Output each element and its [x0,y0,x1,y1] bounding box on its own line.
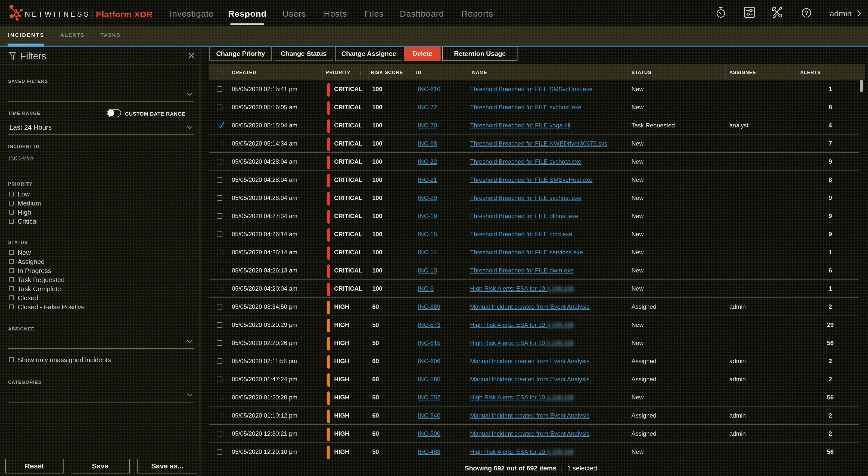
svg-text:?: ? [804,9,808,16]
